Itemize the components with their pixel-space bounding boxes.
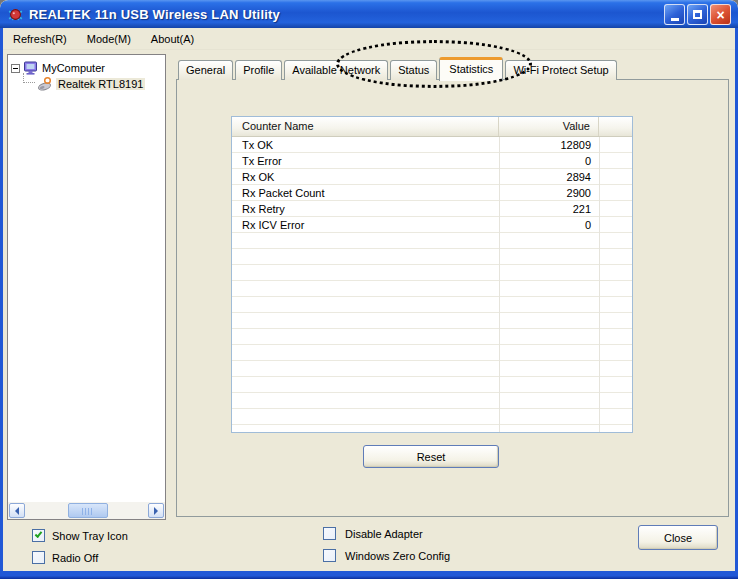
show-tray-icon-label: Show Tray Icon <box>52 530 128 542</box>
counter-name-cell: Rx ICV Error <box>232 219 499 231</box>
scrollbar-thumb[interactable] <box>68 503 108 518</box>
counter-name-cell: Tx OK <box>232 139 499 151</box>
tree-node-label: Realtek RTL8191 <box>56 78 145 90</box>
menu-mode[interactable]: Mode(M) <box>85 30 141 48</box>
minimize-icon <box>671 18 679 21</box>
tree-horizontal-scrollbar[interactable] <box>8 502 165 519</box>
arrow-left-icon <box>11 507 19 515</box>
tab-statistics[interactable]: Statistics <box>439 57 503 81</box>
tab-profile[interactable]: Profile <box>235 60 282 80</box>
realtek-logo-icon <box>7 6 24 23</box>
maximize-icon <box>693 10 702 19</box>
counter-value-cell: 0 <box>499 155 599 167</box>
counter-value-cell: 2900 <box>499 187 599 199</box>
app-window: REALTEK 11n USB Wireless LAN Utility × R… <box>0 0 738 579</box>
reset-button[interactable]: Reset <box>363 445 499 468</box>
table-row: Tx OK 12809 <box>232 137 632 153</box>
table-row: Rx ICV Error 0 <box>232 217 632 233</box>
table-row: Tx Error 0 <box>232 153 632 169</box>
counter-value-cell: 221 <box>499 203 599 215</box>
checkmark-icon <box>35 530 43 538</box>
table-row: Rx OK 2894 <box>232 169 632 185</box>
title-bar[interactable]: REALTEK 11n USB Wireless LAN Utility × <box>0 0 738 28</box>
menu-bar: Refresh(R) Mode(M) About(A) <box>3 28 735 50</box>
menu-about[interactable]: About(A) <box>149 30 204 48</box>
table-row: Rx Retry 221 <box>232 201 632 217</box>
disable-adapter-checkbox[interactable] <box>323 527 336 540</box>
arrow-right-icon <box>154 507 162 515</box>
tree-node-adapter[interactable]: Realtek RTL8191 <box>34 76 145 92</box>
show-tray-icon-checkbox[interactable] <box>32 529 45 542</box>
table-row: Rx Packet Count 2900 <box>232 185 632 201</box>
tab-wifi-protect-setup[interactable]: Wi-Fi Protect Setup <box>505 60 616 80</box>
counter-name-cell: Rx OK <box>232 171 499 183</box>
counter-value-cell: 2894 <box>499 171 599 183</box>
tree-node-label: MyComputer <box>42 62 105 74</box>
scroll-left-button[interactable] <box>9 503 25 518</box>
close-icon: × <box>716 8 724 22</box>
table-body: Tx OK 12809 Tx Error 0 Rx OK 2894 Rx Pac… <box>232 137 632 432</box>
counter-value-cell: 12809 <box>499 139 599 151</box>
collapse-expander-icon[interactable] <box>11 64 20 73</box>
tab-general[interactable]: General <box>178 60 233 80</box>
counter-name-cell: Tx Error <box>232 155 499 167</box>
disable-adapter-label: Disable Adapter <box>345 528 423 540</box>
counter-name-cell: Rx Packet Count <box>232 187 499 199</box>
window-title: REALTEK 11n USB Wireless LAN Utility <box>29 7 280 22</box>
counter-value-cell: 0 <box>499 219 599 231</box>
menu-refresh[interactable]: Refresh(R) <box>11 30 77 48</box>
radio-off-label: Radio Off <box>52 552 98 564</box>
windows-zero-config-label: Windows Zero Config <box>345 550 450 562</box>
counters-table: Counter Name Value Tx OK 12809 Tx Error … <box>231 116 633 433</box>
table-header-row: Counter Name Value <box>232 117 632 137</box>
device-tree-panel: MyComputer Realtek RTL8191 <box>7 54 166 520</box>
statistics-tab-page: Counter Name Value Tx OK 12809 Tx Error … <box>176 79 729 517</box>
radio-off-checkbox[interactable] <box>32 551 45 564</box>
column-header-spacer <box>599 117 632 136</box>
scroll-right-button[interactable] <box>148 503 164 518</box>
column-header-value[interactable]: Value <box>499 117 599 136</box>
counter-name-cell: Rx Retry <box>232 203 499 215</box>
windows-zero-config-checkbox[interactable] <box>323 549 336 562</box>
tab-available-network[interactable]: Available Network <box>284 60 388 80</box>
tab-strip: General Profile Available Network Status… <box>178 56 619 80</box>
minimize-button[interactable] <box>664 4 685 25</box>
maximize-button[interactable] <box>687 4 708 25</box>
close-button[interactable]: Close <box>638 525 718 550</box>
usb-adapter-icon <box>37 76 53 92</box>
window-border-left <box>0 28 3 579</box>
window-border-bottom <box>0 571 738 579</box>
close-window-button[interactable]: × <box>710 4 731 25</box>
tab-status[interactable]: Status <box>390 60 437 80</box>
column-header-counter-name[interactable]: Counter Name <box>232 117 499 136</box>
